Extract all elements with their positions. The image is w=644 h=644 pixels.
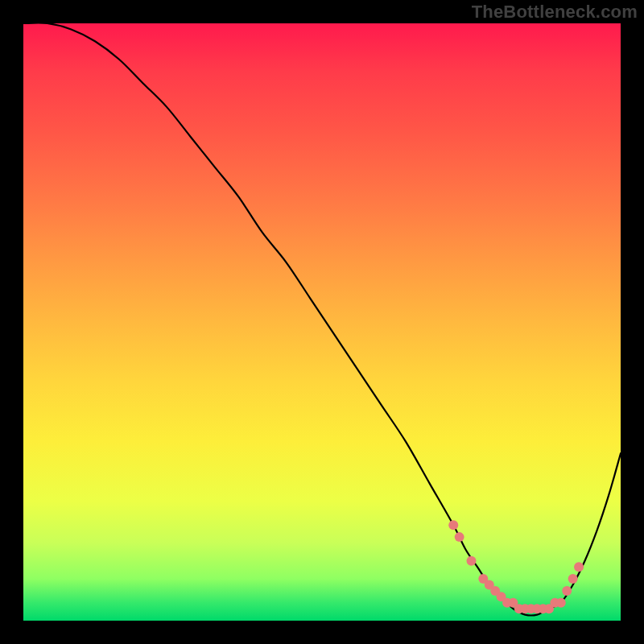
plot-area — [23, 23, 621, 621]
marker-group — [448, 520, 584, 613]
curve-marker — [467, 556, 477, 566]
bottleneck-curve — [23, 23, 621, 616]
curve-marker — [448, 520, 458, 530]
chart-frame: TheBottleneck.com — [0, 0, 644, 644]
curve-marker — [568, 574, 578, 584]
curve-marker — [562, 586, 572, 596]
curve-svg — [23, 23, 621, 621]
curve-marker — [556, 598, 566, 608]
curve-marker — [574, 562, 584, 572]
curve-marker — [455, 532, 464, 542]
watermark-text: TheBottleneck.com — [472, 2, 638, 23]
